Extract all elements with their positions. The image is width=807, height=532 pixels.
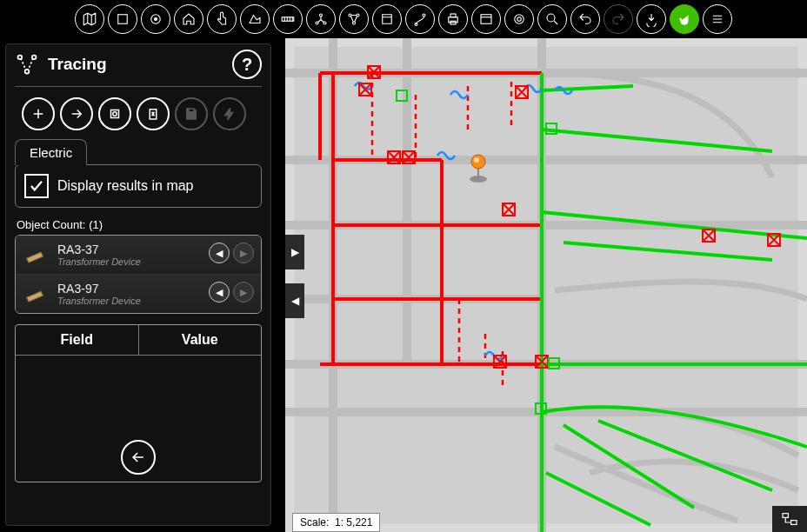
basemap-button[interactable] <box>75 4 104 34</box>
route-button[interactable] <box>405 4 435 34</box>
svg-point-9 <box>353 22 356 24</box>
target-button[interactable] <box>98 97 131 130</box>
tracing-panel: Tracing ? Electric Display results in ma… <box>5 43 271 526</box>
run-button[interactable] <box>213 97 246 130</box>
prev-result-button[interactable]: ◀ <box>209 243 230 263</box>
undo-button[interactable] <box>570 4 600 34</box>
network-trace-button[interactable] <box>306 4 336 34</box>
print-button[interactable] <box>438 4 468 34</box>
map-collapse-button[interactable]: ◀ <box>285 283 304 318</box>
svg-rect-45 <box>791 521 797 525</box>
measure-area-button[interactable] <box>240 4 270 34</box>
grid-header-field: Field <box>16 325 139 355</box>
menu-button[interactable] <box>703 4 732 34</box>
list-item[interactable]: RA3-97 Transformer Device ◀ ▶ <box>16 275 261 313</box>
network-connected-button[interactable] <box>339 4 369 34</box>
svg-point-43 <box>474 157 479 163</box>
add-button[interactable] <box>22 97 55 130</box>
touch-button[interactable] <box>207 4 237 34</box>
config-box: Display results in map <box>15 164 262 208</box>
tracing-icon <box>15 52 39 76</box>
svg-rect-13 <box>450 14 456 17</box>
list-item[interactable]: RA3-37 Transformer Device ◀ ▶ <box>16 236 261 275</box>
svg-rect-44 <box>783 514 788 518</box>
transformer-icon <box>23 244 47 269</box>
tracing-toolbar <box>15 94 262 139</box>
pan-button[interactable] <box>670 4 699 34</box>
panel-title: Tracing <box>48 55 232 74</box>
layers-button[interactable] <box>108 4 137 34</box>
next-result-button[interactable]: ▶ <box>233 282 254 303</box>
svg-rect-12 <box>449 17 458 23</box>
window-button[interactable] <box>471 4 501 34</box>
bookmark-button[interactable] <box>372 4 402 34</box>
prev-result-button[interactable]: ◀ <box>209 282 230 303</box>
delete-button[interactable] <box>137 97 170 130</box>
tab-electric[interactable]: Electric <box>15 139 87 165</box>
svg-point-17 <box>517 17 522 22</box>
svg-point-6 <box>320 14 323 17</box>
selection-button[interactable] <box>504 4 534 34</box>
save-button[interactable] <box>175 97 208 130</box>
search-button[interactable] <box>537 4 567 34</box>
grid-header-value: Value <box>139 325 262 355</box>
next-button[interactable] <box>60 97 93 130</box>
svg-point-2 <box>155 18 157 21</box>
network-status-widget[interactable] <box>772 506 807 532</box>
results-list: RA3-37 Transformer Device ◀ ▶ RA3-97 Tra… <box>15 235 262 314</box>
svg-point-16 <box>515 15 524 24</box>
top-toolbar <box>0 0 807 38</box>
display-results-label: Display results in map <box>57 178 194 194</box>
scale-display: Scale: 1: 5,221 <box>292 513 380 532</box>
map-expand-button[interactable]: ▶ <box>285 235 304 269</box>
display-results-checkbox[interactable] <box>24 174 49 198</box>
transformer-icon <box>23 283 47 308</box>
svg-rect-22 <box>111 110 119 118</box>
download-button[interactable] <box>637 4 666 34</box>
svg-point-18 <box>547 14 555 22</box>
attribute-grid: Field Value <box>15 324 262 482</box>
overview-button[interactable] <box>141 4 170 34</box>
svg-point-11 <box>423 14 425 17</box>
svg-point-23 <box>113 112 117 116</box>
svg-rect-15 <box>481 15 491 24</box>
redo-button[interactable] <box>604 4 633 34</box>
map-canvas[interactable]: ▶ ◀ Scale: 1: 5,221 <box>285 38 807 532</box>
svg-rect-0 <box>118 15 128 24</box>
home-button[interactable] <box>174 4 203 34</box>
back-button[interactable] <box>121 440 156 475</box>
next-result-button[interactable]: ▶ <box>233 243 254 263</box>
object-count-label: Object Count: (1) <box>17 218 262 231</box>
help-button[interactable]: ? <box>232 50 262 79</box>
measure-ruler-button[interactable] <box>273 4 303 34</box>
